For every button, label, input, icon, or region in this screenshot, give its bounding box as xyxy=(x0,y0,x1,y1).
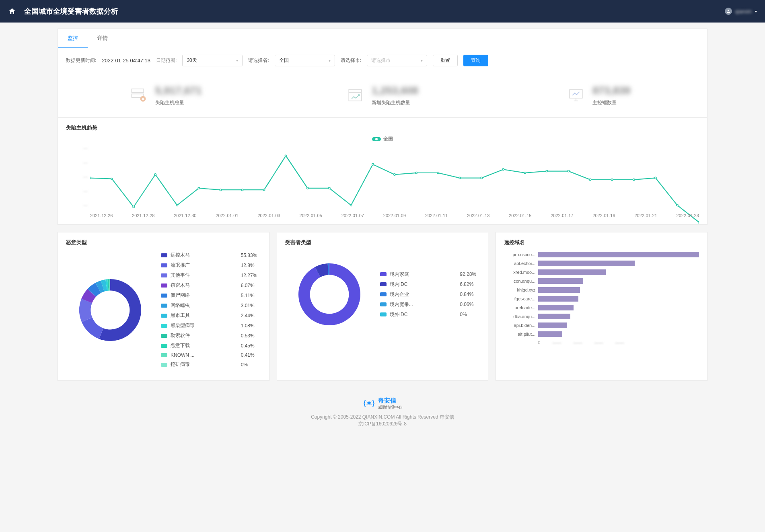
svg-point-32 xyxy=(589,179,591,181)
svg-point-30 xyxy=(546,170,548,172)
svg-point-25 xyxy=(437,172,439,174)
server-x-icon xyxy=(130,87,147,104)
monitor-icon xyxy=(568,87,584,104)
svg-rect-1 xyxy=(132,89,144,92)
svg-point-22 xyxy=(372,163,374,165)
tab-bar: 监控 详情 xyxy=(58,29,707,48)
chevron-down-icon: ▾ xyxy=(236,58,238,63)
svg-point-19 xyxy=(306,187,308,189)
svg-point-27 xyxy=(481,177,483,179)
trend-line-chart[interactable] xyxy=(90,146,699,231)
home-icon[interactable] xyxy=(8,7,16,15)
svg-point-11 xyxy=(133,206,135,208)
bar-row[interactable]: apl.echoi... xyxy=(504,259,699,268)
legend-item[interactable]: 其他事件12.27% xyxy=(161,270,261,280)
domain-title: 远控域名 xyxy=(504,239,699,246)
svg-point-20 xyxy=(328,187,330,189)
malware-legend: 远控木马55.83%流氓推广12.8%其他事件12.27%窃密木马6.07%僵尸… xyxy=(161,250,261,370)
svg-point-18 xyxy=(285,155,287,157)
legend-item[interactable]: 黑市工具2.44% xyxy=(161,310,261,320)
legend-item[interactable]: 感染型病毒1.08% xyxy=(161,320,261,331)
victim-title: 受害者类型 xyxy=(285,239,480,246)
svg-point-31 xyxy=(568,170,570,172)
calendar-up-icon xyxy=(347,87,364,104)
trend-chart-card: 失陷主机趋势 全国 ————— 2021-12-262021-12-282021… xyxy=(58,118,707,225)
avatar-icon xyxy=(725,8,732,15)
trend-legend[interactable]: 全国 xyxy=(66,136,699,142)
svg-point-23 xyxy=(394,174,396,176)
bar-row[interactable]: pro.csoco... xyxy=(504,250,699,259)
victim-donut-chart[interactable] xyxy=(285,250,374,339)
bar-row[interactable]: ait.pilut... xyxy=(504,330,699,339)
province-select[interactable]: 全国▾ xyxy=(275,55,335,66)
filter-bar: 数据更新时间: 2022-01-25 04:47:13 日期范围: 30天▾ 请… xyxy=(58,48,707,73)
svg-point-17 xyxy=(263,189,265,191)
victim-type-panel: 受害者类型 境内家庭92.28%境内IDC6.82%境内企业0.84%境内宽带.… xyxy=(277,232,489,381)
date-range-select[interactable]: 30天▾ xyxy=(182,55,243,66)
footer: ⟨✶⟩ 奇安信威胁情报中心 Copyright © 2005-2022 QIAN… xyxy=(58,381,707,440)
user-menu[interactable]: qianxin ▾ xyxy=(725,8,757,15)
city-select[interactable]: 请选择市▾ xyxy=(367,55,427,66)
svg-point-21 xyxy=(350,204,352,206)
legend-item[interactable]: 挖矿病毒0% xyxy=(161,359,261,370)
date-range-label: 日期范围: xyxy=(156,57,177,64)
legend-item[interactable]: 远控木马55.83% xyxy=(161,250,261,260)
y-axis: ————— xyxy=(66,146,90,207)
malware-title: 恶意类型 xyxy=(66,239,261,246)
malware-donut-chart[interactable] xyxy=(66,266,154,354)
bar-row[interactable]: xred.moo... xyxy=(504,268,699,277)
svg-point-26 xyxy=(459,177,461,179)
svg-point-15 xyxy=(220,189,222,191)
province-label: 请选择省: xyxy=(248,57,269,64)
svg-point-12 xyxy=(154,174,156,176)
svg-point-34 xyxy=(633,179,635,181)
domain-bar-chart[interactable]: pro.csoco...apl.echoi...xred.moo...con.a… xyxy=(504,250,699,345)
username: qianxin xyxy=(735,8,752,14)
svg-point-24 xyxy=(415,172,417,174)
svg-point-14 xyxy=(198,187,200,189)
legend-item[interactable]: 流氓推广12.8% xyxy=(161,260,261,270)
legend-item[interactable]: KNOWN ...0.41% xyxy=(161,351,261,359)
query-button[interactable]: 查询 xyxy=(463,55,488,66)
x-axis: 2021-12-262021-12-282021-12-302022-01-01… xyxy=(90,213,699,218)
update-time-value: 2022-01-25 04:47:13 xyxy=(102,58,150,64)
reset-button[interactable]: 重置 xyxy=(433,55,458,66)
svg-point-28 xyxy=(502,168,504,170)
svg-point-9 xyxy=(90,177,91,179)
svg-point-10 xyxy=(111,178,113,180)
domain-panel: 远控域名 pro.csoco...apl.echoi...xred.moo...… xyxy=(496,232,707,381)
svg-point-37 xyxy=(698,221,699,223)
svg-point-35 xyxy=(655,177,657,179)
malware-type-panel: 恶意类型 远控木马55.83%流氓推广12.8%其他事件12.27%窃密木马6.… xyxy=(58,232,269,381)
city-label: 请选择市: xyxy=(341,57,361,64)
stat-controller-count: 873,839主控端数量 xyxy=(491,73,707,117)
legend-item[interactable]: 境内企业0.84% xyxy=(380,290,480,300)
copyright: Copyright © 2005-2022 QIANXIN.COM All Ri… xyxy=(58,414,707,421)
svg-point-36 xyxy=(677,204,679,206)
legend-item[interactable]: 恶意下载0.45% xyxy=(161,341,261,351)
legend-item[interactable]: 僵尸网络5.11% xyxy=(161,290,261,300)
svg-point-13 xyxy=(176,204,178,206)
svg-point-29 xyxy=(524,172,526,174)
chevron-down-icon: ▾ xyxy=(421,58,423,63)
svg-point-16 xyxy=(241,189,243,191)
legend-item[interactable]: 勒索软件0.53% xyxy=(161,331,261,341)
bar-row[interactable]: dba.anqu... xyxy=(504,312,699,321)
brand-logo-icon: ⟨✶⟩ xyxy=(363,399,375,408)
bar-row[interactable]: khjgd.xyz xyxy=(504,286,699,294)
chevron-down-icon: ▾ xyxy=(755,9,757,14)
bar-row[interactable]: con.anqu... xyxy=(504,277,699,286)
legend-item[interactable]: 境外IDC0% xyxy=(380,310,480,320)
bar-row[interactable]: fget-care... xyxy=(504,294,699,303)
legend-item[interactable]: 网络蠕虫3.01% xyxy=(161,300,261,310)
tab-monitor[interactable]: 监控 xyxy=(58,29,88,48)
legend-item[interactable]: 境内IDC6.82% xyxy=(380,279,480,290)
update-time-label: 数据更新时间: xyxy=(66,57,96,64)
tab-detail[interactable]: 详情 xyxy=(88,29,117,48)
legend-item[interactable]: 境内宽带...0.06% xyxy=(380,300,480,310)
legend-item[interactable]: 窃密木马6.07% xyxy=(161,280,261,290)
bar-row[interactable]: preloade... xyxy=(504,303,699,312)
stats-row: 5,917,671失陷主机总量 1,253,608新增失陷主机数量 873,83… xyxy=(58,73,707,118)
bar-row[interactable]: api.biden... xyxy=(504,321,699,330)
legend-item[interactable]: 境内家庭92.28% xyxy=(380,269,480,279)
